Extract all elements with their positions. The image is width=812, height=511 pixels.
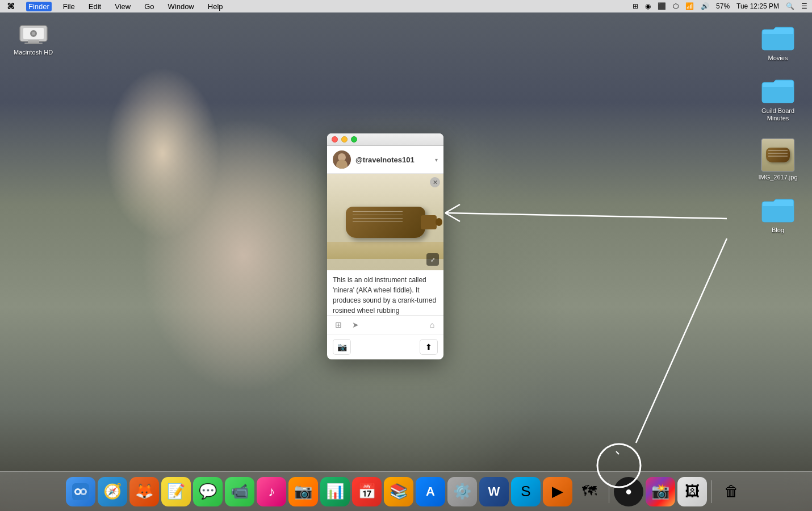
dock-item-itunes[interactable]: ♪ [257,477,286,506]
camera-button[interactable]: 📷 [333,339,351,355]
img-file-thumbnail [761,139,794,171]
dock-item-circle[interactable]: ● [614,477,643,506]
username-label: @travelnotes101 [355,156,430,164]
guild-folder-icon [761,78,795,105]
menubar: ⌘ Finder File Edit View Go Window Help ⊞… [0,0,812,12]
desktop-icon-blog[interactable]: Blog [759,195,797,236]
menubar-file[interactable]: File [61,2,77,11]
dock-item-appstore[interactable]: A [416,477,445,506]
blog-folder-icon [761,197,795,224]
desktop-icons-container: Movies Guild Board Minutes IMG_2617.jpg [744,17,812,242]
dock-item-ibooks[interactable]: 📚 [384,477,413,506]
menubar-bluetooth-icon[interactable]: ⬡ [673,2,679,10]
movies-folder-icon [761,25,795,52]
dock-item-safari[interactable]: 🧭 [98,477,127,506]
image-expand-button[interactable]: ⤢ [426,253,439,266]
image-close-button[interactable]: ✕ [430,177,440,187]
menubar-battery: 57% [716,2,730,10]
dock-separator-2 [711,480,712,503]
menubar-volume-icon[interactable]: 🔊 [701,2,709,10]
svg-rect-2 [28,40,39,43]
dropdown-arrow-icon[interactable]: ▾ [435,157,438,163]
popup-window: @travelnotes101 ▾ [327,133,443,359]
menubar-edit[interactable]: Edit [86,2,103,11]
apple-menu[interactable]: ⌘ [5,1,17,11]
svg-rect-3 [24,43,43,44]
dock-item-numbers[interactable]: 📊 [320,477,350,506]
tweet-header: @travelnotes101 ▾ [327,146,443,174]
tweet-image-container: ✕ ⤢ [327,174,443,270]
home-action-icon[interactable]: ⌂ [426,319,438,330]
maximize-button[interactable] [351,136,357,143]
dock-item-facetime[interactable]: 📹 [225,477,254,506]
menubar-right: ⊞ ◉ ⬛ ⬡ 📶 🔊 57% Tue 12:25 PM 🔍 ☰ [633,2,807,10]
menubar-grid-icon[interactable]: ⊞ [633,2,638,10]
menubar-location-icon[interactable]: ◉ [645,2,651,10]
window-titlebar [327,133,443,146]
dock-item-firefox[interactable]: 🦊 [129,477,159,506]
svg-point-18 [76,490,79,493]
dock-item-word[interactable]: W [479,477,509,506]
minimize-button[interactable] [341,136,348,143]
grid-action-icon[interactable]: ⊞ [333,319,344,330]
desktop-icon-img-2617[interactable]: IMG_2617.jpg [756,136,800,183]
guild-board-minutes-label: Guild Board Minutes [755,107,801,122]
movies-label: Movies [768,55,788,62]
dock-item-messages[interactable]: 💬 [193,477,223,506]
svg-point-5 [32,32,35,35]
dock-item-finder[interactable] [66,477,95,506]
dock-item-notes[interactable]: 📝 [161,477,191,506]
menubar-wifi-icon[interactable]: 📶 [685,2,694,10]
menubar-app-name[interactable]: Finder [26,2,52,11]
menubar-left: ⌘ Finder File Edit View Go Window Help [5,1,225,11]
menubar-go[interactable]: Go [142,2,156,11]
upload-button[interactable]: ⬆ [420,339,438,355]
menubar-window[interactable]: Window [166,2,196,11]
user-avatar [333,150,351,169]
dock-item-preferences[interactable]: ⚙️ [447,477,477,506]
menubar-airplay-icon[interactable]: ⬛ [658,2,666,10]
svg-point-13 [336,160,348,169]
dock-separator [609,480,609,503]
desktop-icon-guild-board-minutes[interactable]: Guild Board Minutes [753,76,803,124]
dock: 🧭 🦊 📝 💬 📹 ♪ 📷 📊 📅 📚 A ⚙️ W S ▶ 🗺 ● 📸 🖼 🗑 [0,471,812,511]
menubar-search-icon[interactable]: 🔍 [786,2,794,10]
tweet-bottom-bar: 📷 ⬆ [327,334,443,359]
desktop-icon-macintosh-hd[interactable]: Macintosh HD [11,17,55,58]
dock-item-preview[interactable]: 🖼 [677,477,707,506]
img-2617-label: IMG_2617.jpg [758,174,797,181]
dock-item-calendar[interactable]: 📅 [352,477,382,506]
menubar-list-icon[interactable]: ☰ [801,2,807,10]
close-button[interactable] [332,136,338,143]
dock-item-vlc[interactable]: ▶ [543,477,572,506]
dock-item-photos[interactable]: 📷 [288,477,318,506]
macintosh-hd-label: Macintosh HD [14,49,53,56]
dock-item-skype[interactable]: S [511,477,541,506]
blog-label: Blog [772,227,784,234]
dock-item-trash[interactable]: 🗑 [717,477,746,506]
menubar-help[interactable]: Help [206,2,225,11]
svg-point-19 [82,490,85,493]
tweet-text-content: This is an old instrument called 'ninera… [327,270,443,316]
share-action-icon[interactable]: ➤ [350,319,361,330]
hd-icon-image [16,19,51,47]
menubar-view[interactable]: View [112,2,133,11]
dock-item-instagram[interactable]: 📸 [646,477,675,506]
menubar-clock: Tue 12:25 PM [736,2,779,10]
dock-item-maps[interactable]: 🗺 [575,477,604,506]
tweet-actions-row: ⊞ ➤ ⌂ [327,316,443,334]
desktop-icon-movies[interactable]: Movies [759,23,797,64]
